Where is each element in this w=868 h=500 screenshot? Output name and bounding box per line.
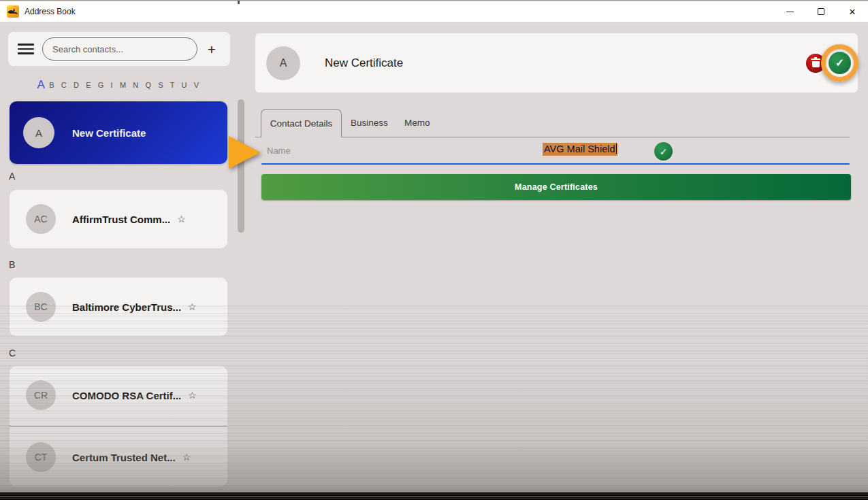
avatar: A	[23, 117, 54, 148]
name-valid-check-icon: ✓	[654, 142, 673, 161]
detail-header-card: A New Certificate	[255, 33, 858, 93]
avatar: A	[266, 46, 300, 80]
menu-button[interactable]	[18, 44, 34, 54]
alphabet-index[interactable]: A B C D E G I M N Q S T U V	[8, 78, 230, 92]
detail-tabs: Contact Details Business Memo	[255, 109, 858, 137]
section-header-b: B	[9, 259, 15, 270]
check-icon: ✓	[835, 56, 844, 69]
contact-item[interactable]: BC Baltimore CyberTrus... ☆	[10, 278, 227, 336]
manage-certificates-button[interactable]: Manage Certificates	[261, 174, 851, 200]
delete-contact-button[interactable]	[806, 54, 825, 73]
divider	[10, 426, 227, 427]
contact-item[interactable]: CR COMODO RSA Certif... ☆	[10, 366, 227, 424]
favorite-star-icon[interactable]: ☆	[182, 452, 191, 463]
contact-name: Certum Trusted Net...	[72, 452, 176, 463]
contact-item-selected[interactable]: A New Certificate	[10, 101, 227, 164]
add-contact-button[interactable]: +	[202, 39, 222, 59]
save-contact-button[interactable]: ✓	[829, 52, 851, 74]
tab-memo[interactable]: Memo	[404, 109, 430, 137]
name-field-value-selected[interactable]: AVG Mail Shield	[543, 143, 617, 156]
contact-item[interactable]: CT Certum Trusted Net... ☆	[10, 428, 227, 486]
alphabet-active-letter[interactable]: A	[37, 78, 46, 91]
avatar: BC	[26, 292, 56, 322]
capture-bottom-artifact	[0, 492, 868, 500]
tab-business[interactable]: Business	[351, 109, 388, 137]
titlebar: Address Book ✕	[0, 1, 868, 22]
window-controls: ✕	[774, 1, 868, 22]
trash-icon	[812, 61, 820, 67]
search-input[interactable]	[42, 37, 197, 61]
contact-name: New Certificate	[72, 127, 146, 139]
search-bar-card: +	[8, 32, 230, 66]
top-edge-artifact	[238, 1, 240, 4]
close-button[interactable]: ✕	[837, 1, 868, 22]
sidebar-scrollbar-thumb[interactable]	[238, 99, 244, 233]
contact-name: AffirmTrust Comm...	[72, 214, 170, 225]
avatar: AC	[26, 204, 56, 234]
contact-name: Baltimore CyberTrus...	[72, 301, 181, 313]
favorite-star-icon[interactable]: ☆	[177, 214, 186, 224]
tab-baseline	[342, 137, 850, 137]
address-book-window: Address Book ✕ + A B C D E G I M N Q S T…	[0, 0, 868, 500]
detail-title: New Certificate	[325, 56, 403, 70]
text-caret	[616, 144, 617, 154]
avatar: CT	[26, 442, 56, 472]
name-field-focus-underline	[261, 163, 850, 165]
app-icon	[7, 5, 19, 18]
contact-item[interactable]: AC AffirmTrust Comm... ☆	[10, 190, 227, 248]
avatar: CR	[26, 380, 56, 410]
name-field-label: Name	[267, 146, 291, 156]
tab-contact-details[interactable]: Contact Details	[261, 109, 342, 137]
maximize-icon	[818, 8, 824, 15]
name-field[interactable]: Name AVG Mail Shield ✓	[255, 140, 858, 165]
minimize-icon	[786, 12, 794, 12]
section-header-a: A	[9, 171, 15, 182]
maximize-button[interactable]	[805, 1, 837, 22]
favorite-star-icon[interactable]: ☆	[188, 301, 197, 312]
favorite-star-icon[interactable]: ☆	[188, 390, 197, 401]
contact-name: COMODO RSA Certif...	[72, 390, 181, 401]
section-header-c: C	[9, 348, 16, 359]
minimize-button[interactable]	[774, 1, 805, 22]
alphabet-letters[interactable]: B C D E G I M N Q S T U V	[49, 81, 201, 89]
contact-group-card: CR COMODO RSA Certif... ☆ CT Certum Trus…	[10, 366, 227, 486]
window-title: Address Book	[25, 7, 76, 16]
